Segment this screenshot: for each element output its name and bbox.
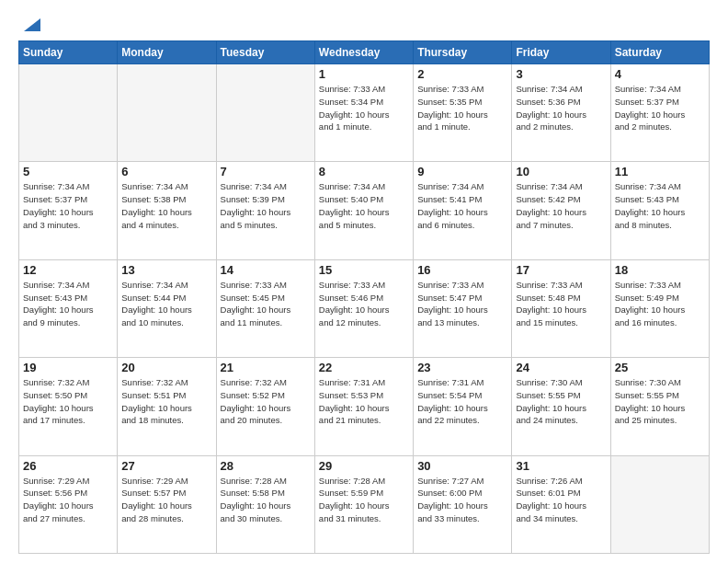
calendar-cell: 24Sunrise: 7:30 AM Sunset: 5:55 PM Dayli… (512, 358, 610, 455)
calendar-cell: 20Sunrise: 7:32 AM Sunset: 5:51 PM Dayli… (118, 358, 216, 455)
calendar-cell: 2Sunrise: 7:33 AM Sunset: 5:35 PM Daylig… (414, 64, 512, 162)
day-info: Sunrise: 7:28 AM Sunset: 5:58 PM Dayligh… (221, 475, 311, 525)
calendar-cell: 13Sunrise: 7:34 AM Sunset: 5:44 PM Dayli… (118, 259, 216, 357)
day-info: Sunrise: 7:26 AM Sunset: 6:01 PM Dayligh… (516, 475, 606, 525)
day-info: Sunrise: 7:34 AM Sunset: 5:37 PM Dayligh… (615, 83, 705, 133)
day-info: Sunrise: 7:33 AM Sunset: 5:35 PM Dayligh… (417, 83, 507, 133)
day-number: 6 (121, 165, 211, 178)
calendar-cell: 4Sunrise: 7:34 AM Sunset: 5:37 PM Daylig… (610, 64, 709, 162)
weekday-header-row: SundayMondayTuesdayWednesdayThursdayFrid… (19, 41, 710, 64)
day-number: 27 (121, 459, 211, 473)
day-number: 3 (516, 67, 606, 81)
calendar-cell: 1Sunrise: 7:33 AM Sunset: 5:34 PM Daylig… (314, 64, 413, 162)
calendar-cell: 27Sunrise: 7:29 AM Sunset: 5:57 PM Dayli… (118, 455, 216, 553)
logo-icon (20, 15, 40, 31)
day-number: 16 (417, 263, 507, 277)
weekday-header-tuesday: Tuesday (216, 41, 314, 64)
calendar-cell: 29Sunrise: 7:28 AM Sunset: 5:59 PM Dayli… (314, 455, 413, 553)
day-info: Sunrise: 7:32 AM Sunset: 5:50 PM Dayligh… (23, 376, 113, 427)
day-info: Sunrise: 7:27 AM Sunset: 6:00 PM Dayligh… (417, 475, 507, 525)
day-info: Sunrise: 7:34 AM Sunset: 5:43 PM Dayligh… (23, 279, 113, 329)
day-number: 5 (23, 165, 113, 178)
calendar-cell: 30Sunrise: 7:27 AM Sunset: 6:00 PM Dayli… (414, 455, 512, 553)
day-info: Sunrise: 7:34 AM Sunset: 5:41 PM Dayligh… (417, 180, 507, 231)
week-row-5: 26Sunrise: 7:29 AM Sunset: 5:56 PM Dayli… (19, 455, 710, 553)
week-row-2: 5Sunrise: 7:34 AM Sunset: 5:37 PM Daylig… (19, 162, 710, 259)
calendar-cell: 6Sunrise: 7:34 AM Sunset: 5:38 PM Daylig… (118, 162, 216, 259)
day-info: Sunrise: 7:30 AM Sunset: 5:55 PM Dayligh… (615, 376, 705, 427)
weekday-header-monday: Monday (118, 41, 216, 64)
calendar-cell: 19Sunrise: 7:32 AM Sunset: 5:50 PM Dayli… (19, 358, 118, 455)
day-info: Sunrise: 7:33 AM Sunset: 5:49 PM Dayligh… (615, 279, 705, 329)
day-number: 19 (23, 361, 113, 374)
week-row-1: 1Sunrise: 7:33 AM Sunset: 5:34 PM Daylig… (19, 64, 710, 162)
day-number: 10 (516, 165, 606, 178)
day-number: 17 (516, 263, 606, 277)
calendar-cell: 22Sunrise: 7:31 AM Sunset: 5:53 PM Dayli… (314, 358, 413, 455)
calendar-cell: 18Sunrise: 7:33 AM Sunset: 5:49 PM Dayli… (610, 259, 709, 357)
day-number: 12 (23, 263, 113, 277)
day-info: Sunrise: 7:34 AM Sunset: 5:43 PM Dayligh… (615, 180, 705, 231)
day-number: 14 (221, 263, 311, 277)
day-number: 2 (417, 67, 507, 81)
day-number: 25 (615, 361, 705, 374)
day-info: Sunrise: 7:29 AM Sunset: 5:57 PM Dayligh… (121, 475, 211, 525)
day-number: 29 (319, 459, 409, 473)
calendar-cell: 17Sunrise: 7:33 AM Sunset: 5:48 PM Dayli… (512, 259, 610, 357)
day-number: 21 (221, 361, 311, 374)
calendar-cell: 11Sunrise: 7:34 AM Sunset: 5:43 PM Dayli… (610, 162, 709, 259)
day-info: Sunrise: 7:34 AM Sunset: 5:40 PM Dayligh… (319, 180, 409, 231)
day-number: 30 (417, 459, 507, 473)
day-number: 9 (417, 165, 507, 178)
calendar-cell: 3Sunrise: 7:34 AM Sunset: 5:36 PM Daylig… (512, 64, 610, 162)
day-info: Sunrise: 7:32 AM Sunset: 5:51 PM Dayligh… (121, 376, 211, 427)
calendar-cell: 25Sunrise: 7:30 AM Sunset: 5:55 PM Dayli… (610, 358, 709, 455)
day-info: Sunrise: 7:33 AM Sunset: 5:45 PM Dayligh… (221, 279, 311, 329)
calendar-cell: 12Sunrise: 7:34 AM Sunset: 5:43 PM Dayli… (19, 259, 118, 357)
day-number: 22 (319, 361, 409, 374)
logo (18, 17, 40, 33)
day-info: Sunrise: 7:34 AM Sunset: 5:37 PM Dayligh… (23, 180, 113, 231)
calendar-cell (19, 64, 118, 162)
day-number: 20 (121, 361, 211, 374)
day-info: Sunrise: 7:34 AM Sunset: 5:44 PM Dayligh… (121, 279, 211, 329)
calendar-cell: 10Sunrise: 7:34 AM Sunset: 5:42 PM Dayli… (512, 162, 610, 259)
calendar-cell: 31Sunrise: 7:26 AM Sunset: 6:01 PM Dayli… (512, 455, 610, 553)
calendar-cell: 26Sunrise: 7:29 AM Sunset: 5:56 PM Dayli… (19, 455, 118, 553)
calendar-cell: 5Sunrise: 7:34 AM Sunset: 5:37 PM Daylig… (19, 162, 118, 259)
calendar-cell (118, 64, 216, 162)
day-number: 26 (23, 459, 113, 473)
day-info: Sunrise: 7:29 AM Sunset: 5:56 PM Dayligh… (23, 475, 113, 525)
calendar-cell (216, 64, 314, 162)
day-info: Sunrise: 7:34 AM Sunset: 5:39 PM Dayligh… (221, 180, 311, 231)
day-info: Sunrise: 7:33 AM Sunset: 5:34 PM Dayligh… (319, 83, 409, 133)
day-number: 1 (319, 67, 409, 81)
day-number: 7 (221, 165, 311, 178)
day-number: 28 (221, 459, 311, 473)
weekday-header-sunday: Sunday (19, 41, 118, 64)
day-number: 23 (417, 361, 507, 374)
day-info: Sunrise: 7:34 AM Sunset: 5:38 PM Dayligh… (121, 180, 211, 231)
calendar-cell: 15Sunrise: 7:33 AM Sunset: 5:46 PM Dayli… (314, 259, 413, 357)
day-info: Sunrise: 7:34 AM Sunset: 5:36 PM Dayligh… (516, 83, 606, 133)
calendar-table: SundayMondayTuesdayWednesdayThursdayFrid… (18, 40, 710, 554)
week-row-4: 19Sunrise: 7:32 AM Sunset: 5:50 PM Dayli… (19, 358, 710, 455)
day-number: 15 (319, 263, 409, 277)
day-info: Sunrise: 7:33 AM Sunset: 5:48 PM Dayligh… (516, 279, 606, 329)
day-info: Sunrise: 7:28 AM Sunset: 5:59 PM Dayligh… (319, 475, 409, 525)
day-info: Sunrise: 7:34 AM Sunset: 5:42 PM Dayligh… (516, 180, 606, 231)
day-number: 4 (615, 67, 705, 81)
day-info: Sunrise: 7:33 AM Sunset: 5:47 PM Dayligh… (417, 279, 507, 329)
calendar-cell: 9Sunrise: 7:34 AM Sunset: 5:41 PM Daylig… (414, 162, 512, 259)
day-number: 31 (516, 459, 606, 473)
calendar-cell: 16Sunrise: 7:33 AM Sunset: 5:47 PM Dayli… (414, 259, 512, 357)
header (18, 17, 710, 33)
weekday-header-friday: Friday (512, 41, 610, 64)
svg-marker-0 (24, 18, 40, 31)
day-info: Sunrise: 7:32 AM Sunset: 5:52 PM Dayligh… (221, 376, 311, 427)
calendar-cell: 23Sunrise: 7:31 AM Sunset: 5:54 PM Dayli… (414, 358, 512, 455)
calendar-cell: 7Sunrise: 7:34 AM Sunset: 5:39 PM Daylig… (216, 162, 314, 259)
calendar-cell: 21Sunrise: 7:32 AM Sunset: 5:52 PM Dayli… (216, 358, 314, 455)
calendar-cell: 8Sunrise: 7:34 AM Sunset: 5:40 PM Daylig… (314, 162, 413, 259)
calendar-cell (610, 455, 709, 553)
